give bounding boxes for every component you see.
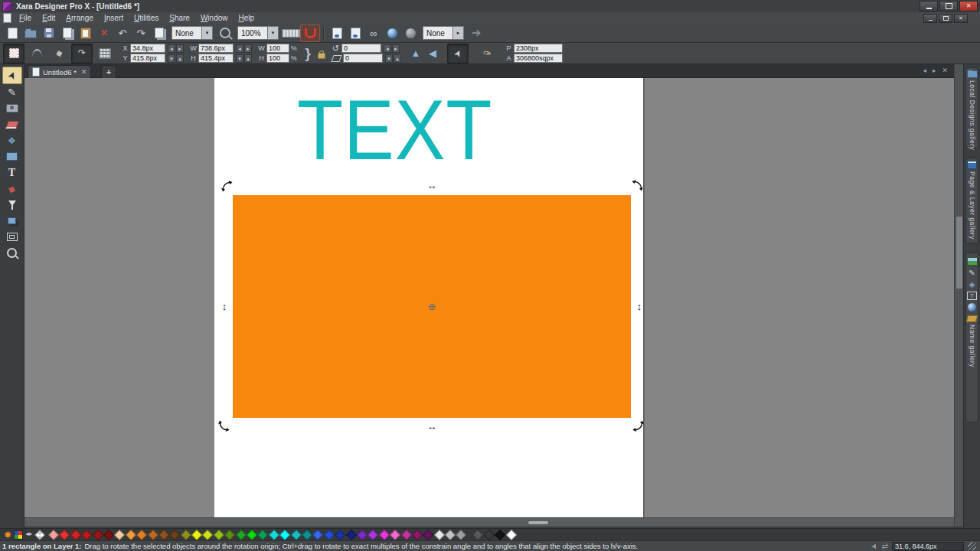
color-swatch[interactable] [269, 529, 279, 540]
color-swatch[interactable] [445, 529, 456, 540]
export-go-button[interactable]: ➔ [467, 25, 485, 41]
spin-up-icon[interactable]: ▴ [394, 54, 401, 63]
export-png-button[interactable] [328, 25, 346, 41]
color-swatch[interactable] [357, 529, 368, 540]
contour-tool[interactable] [3, 229, 21, 245]
web-properties-button[interactable] [383, 25, 401, 41]
color-swatch[interactable] [472, 529, 483, 540]
color-swatch[interactable] [70, 529, 81, 540]
tab-scroll-right-icon[interactable]: ▸ [933, 67, 936, 74]
rectangle-tool[interactable] [3, 148, 21, 165]
preview-website-button[interactable] [401, 25, 420, 41]
shape-painter-tool[interactable]: ❖ [3, 132, 21, 148]
rotate-handle-top-left[interactable] [220, 180, 233, 192]
color-swatch[interactable] [312, 529, 323, 540]
flip-horizontal-button[interactable]: ◀ [424, 45, 441, 62]
color-swatch[interactable] [236, 529, 247, 540]
menu-item[interactable]: Utilities [134, 14, 158, 22]
fill-handles-toggle[interactable]: ◆ [49, 44, 69, 63]
font-gallery-icon[interactable]: T [967, 292, 977, 300]
erase-tool[interactable] [3, 116, 21, 132]
menu-item[interactable]: File [19, 14, 31, 22]
color-swatch[interactable] [59, 529, 70, 540]
tab-close-icon[interactable]: ✕ [81, 68, 87, 76]
resize-grip[interactable] [968, 542, 976, 550]
color-swatch[interactable] [412, 529, 423, 540]
spin-up-icon[interactable]: ▴ [176, 54, 184, 63]
zoom-level-select[interactable]: 100% ▾ [237, 26, 279, 40]
spin-right-icon[interactable]: ▸ [244, 44, 252, 53]
fill-tool[interactable]: ◆ [3, 181, 21, 197]
rotate-mode-toggle[interactable]: ↷ [71, 44, 93, 64]
spin-left-icon[interactable]: ◂ [384, 44, 391, 53]
doc-close-button[interactable]: ✕ [954, 14, 968, 23]
skew-handle-bottom[interactable]: ↔ [427, 422, 437, 432]
color-swatch[interactable] [214, 529, 224, 540]
color-swatch[interactable] [181, 529, 191, 540]
shadow-tool[interactable] [3, 213, 21, 229]
transparency-tool[interactable] [3, 197, 21, 213]
rotation-origin-marker[interactable]: ⊕ [428, 301, 436, 312]
show-bounds-toggle[interactable] [3, 44, 24, 64]
paste-button[interactable] [77, 25, 95, 41]
minimize-button[interactable] [920, 1, 938, 11]
copy-button[interactable] [58, 25, 77, 41]
delete-button[interactable]: ✕ [95, 25, 113, 41]
close-button[interactable]: ✕ [959, 1, 978, 11]
tab-scroll-left-icon[interactable]: ◂ [923, 67, 926, 74]
canvas[interactable]: TEXT ↔ ↔ ↕ ↕ ⊕ [24, 78, 954, 517]
lock-aspect-icon[interactable] [318, 53, 325, 59]
rulers-toggle-button[interactable] [282, 25, 300, 41]
spin-right-icon[interactable]: ▸ [392, 44, 400, 53]
color-swatch[interactable] [368, 529, 378, 540]
color-swatch[interactable] [302, 529, 312, 540]
color-swatch[interactable] [324, 529, 335, 540]
export-preset-select[interactable]: None ▸ [423, 26, 464, 40]
color-editor-button[interactable]: ✹ [2, 530, 13, 540]
color-swatch[interactable] [136, 529, 147, 540]
color-swatch[interactable] [423, 529, 433, 540]
zoom-tool-button[interactable] [216, 25, 234, 41]
doc-minimize-button[interactable] [923, 14, 937, 23]
hyperlink-button[interactable]: ∞ [364, 25, 383, 41]
document-system-menu-icon[interactable] [3, 13, 11, 23]
local-designs-gallery-tab[interactable]: Local Designs gallery [965, 67, 978, 148]
dropdown-arrow-icon[interactable]: ▾ [201, 27, 212, 39]
no-color-button[interactable] [34, 530, 45, 540]
color-swatch[interactable] [103, 529, 114, 540]
color-swatch[interactable] [247, 529, 257, 540]
open-button[interactable] [21, 25, 40, 41]
rotate-handle-bottom-left[interactable] [217, 420, 230, 432]
page-layer-gallery-tab[interactable]: Page & Layer gallery [965, 158, 978, 243]
width-field[interactable]: 738.6px [198, 44, 234, 53]
name-gallery-tag-icon[interactable] [966, 315, 978, 322]
spin-down-icon[interactable]: ▾ [236, 54, 243, 63]
menu-item[interactable]: Window [201, 14, 228, 22]
redo-button[interactable]: ↷ [132, 25, 150, 41]
save-button[interactable] [40, 25, 58, 41]
color-swatch[interactable] [224, 529, 235, 540]
menu-item[interactable]: Arrange [66, 14, 93, 22]
menu-item[interactable]: Help [238, 14, 254, 22]
color-swatch[interactable] [506, 529, 517, 540]
text-object[interactable]: TEXT [297, 87, 492, 173]
selector-tool[interactable]: ➤ [2, 67, 22, 84]
spin-down-icon[interactable]: ▾ [168, 54, 175, 63]
color-wheel-button[interactable] [13, 530, 24, 540]
menu-item[interactable]: Edit [42, 14, 55, 22]
color-swatch[interactable] [114, 529, 125, 540]
snap-to-objects-button[interactable] [300, 24, 320, 42]
skew-handle-top[interactable]: ↔ [427, 181, 437, 191]
snap-to-grid-toggle[interactable] [95, 44, 115, 63]
dropdown-arrow-icon[interactable]: ▾ [267, 27, 278, 39]
color-picker-button[interactable]: ✒ [24, 530, 34, 540]
dropdown-right-icon[interactable]: ▸ [452, 27, 463, 39]
color-swatch[interactable] [495, 529, 505, 540]
bitmap-gallery-icon[interactable] [967, 257, 978, 266]
export-jpeg-button[interactable] [346, 25, 364, 41]
height-field[interactable]: 415.4px [198, 54, 234, 63]
zoom-tool[interactable] [3, 245, 21, 261]
rotate-handle-bottom-right[interactable] [632, 420, 645, 432]
spin-left-icon[interactable]: ◂ [168, 44, 175, 53]
color-swatch[interactable] [191, 529, 202, 540]
